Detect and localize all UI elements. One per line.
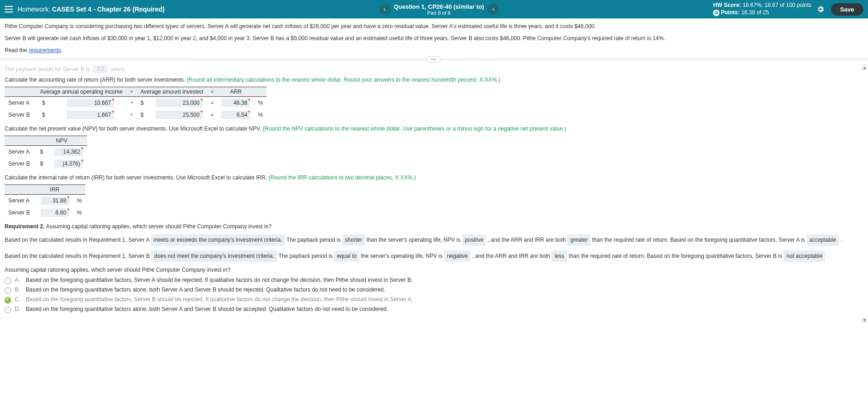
arr-b-income-input[interactable]: 1,667 — [66, 110, 114, 119]
server-a-analysis: Based on the calculated results in Requi… — [5, 234, 863, 246]
table-row: Server A $ 10,667 ÷ $ 23,000 = 46.38 % — [5, 97, 267, 109]
expand-collapse-button[interactable]: ••• — [427, 56, 441, 63]
a-criteria-select[interactable]: meets or exceeds the company's investmen… — [151, 234, 285, 246]
work-area: ▴ ▾ The payback period for Server B is 3… — [0, 63, 868, 325]
table-row: Server A 31.88 % — [5, 195, 85, 207]
requirements-link[interactable]: requirements — [29, 47, 61, 54]
b-criteria-select[interactable]: does not meet the company's investment c… — [151, 250, 277, 262]
irr-b-input[interactable]: 6.80 — [40, 208, 70, 217]
assignment-title: Homework: CASES Set 4 - Chapter 26 (Requ… — [18, 6, 165, 13]
a-arrirr-select[interactable]: greater — [567, 234, 590, 246]
a-payback-select[interactable]: shorter — [342, 234, 365, 246]
problem-statement: Pithe Computer Company is considering pu… — [0, 18, 868, 56]
problem-para-1: Pithe Computer Company is considering pu… — [5, 22, 863, 30]
npv-a-input[interactable]: 14,362 — [54, 147, 83, 156]
table-row: Server B $ 1,667 ÷ $ 25,500 = 6.54 % — [5, 109, 267, 121]
b-acceptable-select[interactable]: not acceptable — [784, 250, 825, 262]
irr-col: IRR — [36, 185, 73, 195]
question-nav: ‹ Question 1, CP26-40 (similar to) Part … — [379, 3, 499, 16]
irr-a-input[interactable]: 31.88 — [40, 196, 70, 205]
previous-answer-cutoff: The payback period for Server B is 3.0 y… — [5, 66, 863, 73]
final-question: Assuming capital rationing applies, whic… — [5, 267, 863, 273]
next-question-button[interactable]: › — [488, 4, 499, 15]
a-npv-select[interactable]: positive — [462, 234, 487, 246]
npv-b-input[interactable]: (4,376) — [54, 159, 83, 168]
req2-heading: Requirement 2. Assuming capital rationin… — [5, 223, 863, 230]
npv-table: NPV Server A $ 14,362 Server B $ (4,376) — [5, 136, 87, 170]
gear-icon[interactable] — [816, 5, 825, 13]
mc-option-b[interactable]: B. Based on the foregoing quantitative f… — [5, 286, 863, 294]
table-row: Server A $ 14,362 — [5, 146, 87, 158]
question-indicator: Question 1, CP26-40 (similar to) Part 8 … — [394, 3, 484, 16]
a-acceptable-select[interactable]: acceptable — [807, 234, 839, 246]
arr-instruction: Calculate the accounting rate of return … — [5, 77, 863, 83]
arr-table: Average annual operating income ÷ Averag… — [5, 87, 267, 121]
scroll-down-button[interactable]: ▾ — [862, 317, 867, 323]
b-npv-select[interactable]: negative — [444, 250, 470, 262]
arr-a-result-input[interactable]: 46.38 — [221, 98, 250, 107]
scroll-up-button[interactable]: ▴ — [862, 65, 867, 70]
prev-question-button[interactable]: ‹ — [379, 4, 390, 15]
multiple-choice: A. Based on the foregoing quantitative f… — [5, 277, 863, 313]
mc-option-a[interactable]: A. Based on the foregoing quantitative f… — [5, 277, 863, 284]
radio-icon[interactable] — [5, 307, 11, 313]
arr-b-result-input[interactable]: 6.54 — [221, 110, 250, 119]
table-row: Server B $ (4,376) — [5, 158, 87, 170]
arr-b-invested-input[interactable]: 25,500 — [155, 110, 203, 119]
arr-col-income: Average annual operating income — [36, 87, 126, 97]
b-payback-select[interactable]: equal to — [334, 250, 359, 262]
radio-icon[interactable] — [5, 297, 11, 304]
irr-table: IRR Server A 31.88 % Server B 6.80 % — [5, 185, 85, 219]
table-row: Server B 6.80 % — [5, 207, 85, 219]
menu-icon[interactable] — [5, 6, 13, 12]
score-block: HW Score: 18.67%, 18.67 of 100 points ⊘P… — [713, 2, 811, 16]
mc-option-c[interactable]: C. Based on the foregoing quantitative f… — [5, 296, 863, 304]
radio-icon[interactable] — [5, 287, 11, 294]
arr-col-invested: Average amount invested — [137, 87, 207, 97]
npv-instruction: Calculate the net present value (NPV) fo… — [5, 125, 863, 132]
app-header: Homework: CASES Set 4 - Chapter 26 (Requ… — [0, 0, 868, 18]
problem-para-2: Server B will generate net cash inflows … — [5, 34, 863, 42]
status-icon: ⊘ — [713, 10, 719, 16]
radio-icon[interactable] — [5, 278, 11, 284]
server-b-analysis: Based on the calculated results in Requi… — [5, 250, 863, 262]
requirements-line: Read the requirements. — [5, 46, 863, 54]
arr-a-invested-input[interactable]: 23,000 — [155, 98, 203, 107]
npv-col: NPV — [36, 136, 87, 146]
arr-col-arr: ARR — [217, 87, 254, 97]
mc-option-d[interactable]: D. Based on the foregoing quantitative f… — [5, 306, 863, 313]
b-arrirr-select[interactable]: less — [552, 250, 567, 262]
arr-a-income-input[interactable]: 10,667 — [66, 98, 114, 107]
irr-instruction: Calculate the internal rate of return (I… — [5, 174, 863, 181]
save-button[interactable]: Save — [831, 3, 863, 16]
